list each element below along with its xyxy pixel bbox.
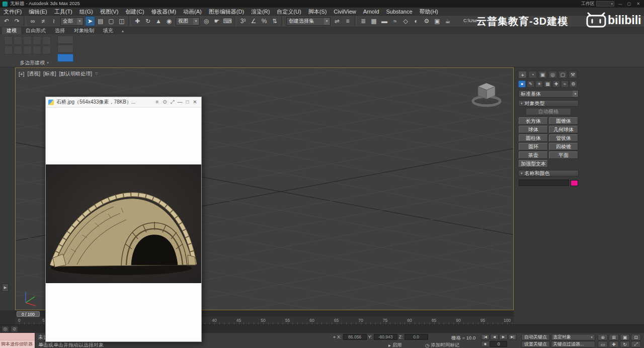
select-and-rotate-icon[interactable]: ↻ xyxy=(143,16,153,26)
curve-editor-icon[interactable]: ≈ xyxy=(390,16,400,26)
bind-to-space-warp-icon[interactable]: ≀ xyxy=(49,16,59,26)
material-editor-icon[interactable]: ◐ xyxy=(411,16,421,26)
workspace-selector[interactable]: 工作区 ▾ xyxy=(581,1,614,7)
ribbon-tab-1[interactable]: 自由形式 xyxy=(21,27,50,34)
rectangular-selection-region-icon[interactable]: ▢ xyxy=(106,16,116,26)
undo-icon[interactable]: ↶ xyxy=(2,16,12,26)
y-coordinate-field[interactable]: -60.943 xyxy=(374,334,397,340)
window-crossing-toggle-icon[interactable]: ◫ xyxy=(117,16,127,26)
lights-category[interactable]: ☀ xyxy=(535,80,543,88)
spinner-snap-icon[interactable]: ⇅ xyxy=(270,16,280,26)
name-color-rollout-header[interactable]: ▾ 名称和颜色 xyxy=(518,170,579,177)
viewer-menu-icon[interactable]: ≡ xyxy=(153,99,161,105)
mirror-icon[interactable]: ⇌ xyxy=(332,16,342,26)
time-slider-handle[interactable]: 0 / 100 xyxy=(17,311,40,317)
zoom-extents-icon[interactable]: ▣ xyxy=(620,334,630,340)
select-and-scale-icon[interactable]: ▲ xyxy=(153,16,164,26)
helpers-category[interactable]: ✚ xyxy=(552,80,560,88)
utilities-tab[interactable]: ⚒ xyxy=(569,71,577,78)
viewer-maximize-icon[interactable]: □ xyxy=(184,99,191,105)
object-type-button-2[interactable]: 球体 xyxy=(519,126,548,133)
select-and-link-icon[interactable]: ∞ xyxy=(28,16,38,26)
ribbon-button[interactable] xyxy=(14,36,22,45)
display-tab[interactable]: ▢ xyxy=(558,71,567,78)
viewport-shading-label[interactable]: [默认明暗处理] xyxy=(59,70,93,77)
menu-item-3[interactable]: 组(G) xyxy=(76,8,97,16)
schematic-view-icon[interactable]: ◇ xyxy=(400,16,411,26)
object-type-button-6[interactable]: 圆环 xyxy=(519,143,548,150)
object-color-swatch[interactable] xyxy=(571,180,578,186)
ribbon-button[interactable] xyxy=(14,46,22,54)
cameras-category[interactable]: ▦ xyxy=(544,80,551,88)
ribbon-tab-3[interactable]: 对象绘制 xyxy=(69,27,99,34)
unlink-selection-icon[interactable]: ≠ xyxy=(38,16,48,26)
named-selection-sets-dropdown[interactable]: 创建选择集▼ xyxy=(286,17,331,26)
zoom-icon[interactable]: ⊕ xyxy=(598,334,608,340)
toggle-scene-explorer-icon[interactable]: ≣ xyxy=(358,16,368,26)
select-by-name-icon[interactable]: ▤ xyxy=(96,16,106,26)
close-window-icon[interactable]: ✕ xyxy=(635,2,641,6)
menu-item-4[interactable]: 视图(V) xyxy=(97,8,122,16)
viewport-general-menu[interactable]: [+] xyxy=(19,71,24,77)
selection-set-dropdown[interactable]: 选定对象 ▼ xyxy=(551,334,595,340)
ribbon-button[interactable] xyxy=(4,36,13,45)
motion-tab[interactable]: ◎ xyxy=(548,71,557,78)
zoom-region-icon[interactable]: ▭ xyxy=(598,341,608,347)
keyboard-shortcut-override-icon[interactable]: ⌨ xyxy=(222,16,232,26)
chevron-down-icon[interactable]: ▾ xyxy=(596,1,614,7)
ribbon-collapse-icon[interactable]: ▴ xyxy=(122,29,124,33)
menu-item-8[interactable]: 图形编辑器(D) xyxy=(205,8,248,16)
select-and-move-icon[interactable]: ✚ xyxy=(132,16,142,26)
create-tab[interactable]: ＋ xyxy=(518,71,527,78)
menu-item-7[interactable]: 动画(A) xyxy=(180,8,205,16)
maximize-window-icon[interactable]: ▢ xyxy=(626,2,632,6)
menu-item-0[interactable]: 文件(F) xyxy=(0,8,25,16)
select-and-manipulate-icon[interactable]: ☛ xyxy=(212,16,222,26)
enable-toggle[interactable]: ▸ 启用 xyxy=(388,342,402,348)
menu-item-11[interactable]: 脚本(S) xyxy=(305,8,331,16)
view-cube[interactable] xyxy=(468,80,505,109)
set-key-button[interactable]: 设置关键点 xyxy=(521,341,550,347)
selection-lock-toggle-icon[interactable]: ⊘ xyxy=(11,326,18,332)
menu-item-15[interactable]: 帮助(H) xyxy=(416,8,442,16)
primitive-subtype-dropdown[interactable]: 标准基体 ▼ xyxy=(518,90,579,98)
viewport-pov-label[interactable]: [透视] xyxy=(27,70,40,77)
scene-explorer-expand-button[interactable]: ▶ xyxy=(2,284,9,292)
viewer-pin-icon[interactable]: ⊙ xyxy=(161,99,169,105)
space-warps-category[interactable]: ≈ xyxy=(561,80,569,88)
modify-tab[interactable]: ◔ xyxy=(528,71,537,78)
menu-item-2[interactable]: 工具(T) xyxy=(51,8,76,16)
object-type-button-7[interactable]: 四棱锥 xyxy=(549,143,578,150)
object-type-button-10[interactable]: 加强型文本 xyxy=(519,160,548,167)
ribbon-tab-0[interactable]: 建模 xyxy=(2,27,21,34)
ribbon-button[interactable] xyxy=(33,46,41,54)
select-and-place-icon[interactable]: ◉ xyxy=(164,16,174,26)
play-icon[interactable]: ▶ xyxy=(499,334,508,340)
current-frame-field[interactable]: 0 xyxy=(490,341,507,347)
viewport-filter-icon[interactable]: ▽ xyxy=(95,72,98,76)
menu-item-13[interactable]: Arnold xyxy=(360,8,383,16)
ribbon-tab-2[interactable]: 选择 xyxy=(50,27,69,34)
ribbon-button[interactable] xyxy=(42,36,51,45)
object-type-button-4[interactable]: 圆柱体 xyxy=(519,134,548,142)
viewer-minimize-icon[interactable]: — xyxy=(176,99,184,105)
reference-coordinate-dropdown[interactable]: 视图▼ xyxy=(176,17,200,26)
use-pivot-center-icon[interactable]: ◎ xyxy=(201,16,211,26)
hierarchy-tab[interactable]: ▣ xyxy=(538,71,547,78)
image-viewer-window[interactable]: 石桥.jpg（564x433像素，78KB）... ≡⊙⤢—□✕ xyxy=(45,97,202,342)
percent-snap-icon[interactable]: % xyxy=(259,16,269,26)
maximize-viewport-toggle-icon[interactable]: ⤢ xyxy=(631,341,641,347)
menu-item-6[interactable]: 修改器(M) xyxy=(148,8,180,16)
redo-icon[interactable]: ↷ xyxy=(12,16,22,26)
ribbon-button[interactable] xyxy=(4,46,13,54)
orbit-icon[interactable]: ↻ xyxy=(620,341,630,347)
ribbon-button[interactable] xyxy=(33,36,41,45)
menu-item-10[interactable]: 自定义(U) xyxy=(273,8,304,16)
object-type-button-0[interactable]: 长方体 xyxy=(519,117,548,125)
ribbon-tab-4[interactable]: 填充 xyxy=(99,27,118,34)
viewer-fullscreen-icon[interactable]: ⤢ xyxy=(169,99,176,105)
render-setup-icon[interactable]: ⚙ xyxy=(422,16,432,26)
ribbon-panel-label[interactable]: 多边形建模 ▾ xyxy=(3,59,65,66)
menu-item-9[interactable]: 渲染(R) xyxy=(248,8,273,16)
select-object-icon[interactable]: ➤ xyxy=(85,16,95,26)
